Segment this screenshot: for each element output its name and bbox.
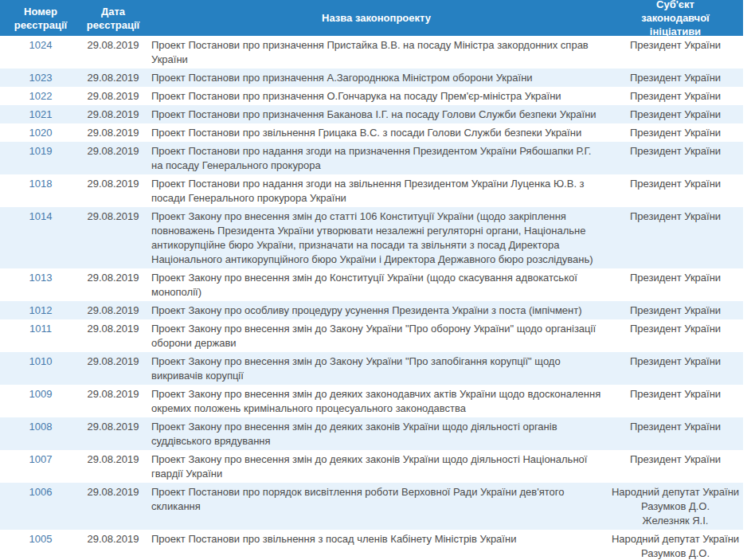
header-date: Дата реєстрації — [81, 0, 145, 36]
table-row: 1024 29.08.2019 Проект Постанови про при… — [0, 36, 743, 69]
bill-date: 29.08.2019 — [81, 385, 145, 417]
bill-date: 29.08.2019 — [81, 319, 145, 352]
bill-title: Проект Закону про внесення змін до деяки… — [145, 450, 608, 483]
bill-date: 29.08.2019 — [81, 142, 145, 174]
bill-subject: Президент України — [608, 105, 743, 123]
bill-number-cell: 1010 — [0, 352, 81, 385]
bill-date: 29.08.2019 — [81, 36, 145, 69]
bill-number-link[interactable]: 1014 — [29, 210, 53, 222]
bill-date: 29.08.2019 — [81, 301, 145, 319]
bill-subject: Президент України — [608, 417, 743, 450]
header-subject: Суб'єкт законодавчої ініціативи — [608, 0, 743, 36]
bills-table: Номер реєстрації Дата реєстрації Назва з… — [0, 0, 743, 560]
bill-number-link[interactable]: 1020 — [29, 127, 53, 139]
bill-date: 29.08.2019 — [81, 268, 145, 301]
bill-number-link[interactable]: 1007 — [29, 453, 53, 465]
bill-number-cell: 1022 — [0, 87, 81, 105]
bill-date: 29.08.2019 — [81, 530, 145, 560]
bill-subject: Президент України — [608, 450, 743, 483]
table-row: 1012 29.08.2019 Проект Закону про особли… — [0, 301, 743, 319]
bill-number-cell: 1012 — [0, 301, 81, 319]
bill-number-link[interactable]: 1024 — [29, 39, 53, 51]
bill-number-link[interactable]: 1018 — [29, 178, 53, 190]
table-body: 1024 29.08.2019 Проект Постанови про при… — [0, 36, 743, 560]
bill-number-link[interactable]: 1012 — [29, 304, 53, 316]
bill-title: Проект Закону про внесення змін до деяки… — [145, 417, 608, 450]
bill-number-cell: 1011 — [0, 319, 81, 352]
table-row: 1008 29.08.2019 Проект Закону про внесен… — [0, 417, 743, 450]
bill-date: 29.08.2019 — [81, 69, 145, 87]
table-row: 1007 29.08.2019 Проект Закону про внесен… — [0, 450, 743, 483]
bill-date: 29.08.2019 — [81, 483, 145, 530]
bill-title: Проект Постанови про призначення Пристай… — [145, 36, 608, 69]
bill-title: Проект Закону про внесення змін до Закон… — [145, 319, 608, 352]
bill-date: 29.08.2019 — [81, 352, 145, 385]
bill-title: Проект Постанови про порядок висвітлення… — [145, 483, 608, 530]
bill-date: 29.08.2019 — [81, 87, 145, 105]
header-title-label: Назва законопроекту — [145, 0, 608, 36]
table-row: 1023 29.08.2019 Проект Постанови про при… — [0, 69, 743, 87]
bill-number-cell: 1009 — [0, 385, 81, 417]
bill-number-cell: 1021 — [0, 105, 81, 123]
bill-subject: Президент України — [608, 268, 743, 301]
bill-title: Проект Постанови про призначення А.Загор… — [145, 69, 608, 87]
table-row: 1022 29.08.2019 Проект Постанови про при… — [0, 87, 743, 105]
table-row: 1020 29.08.2019 Проект Постанови про зві… — [0, 123, 743, 142]
bill-title: Проект Постанови про звільнення Грицака … — [145, 123, 608, 142]
table-row: 1019 29.08.2019 Проект Постанови про над… — [0, 142, 743, 174]
bill-date: 29.08.2019 — [81, 207, 145, 268]
bill-subject: Народний депутат України Разумков Д.О. Ж… — [608, 530, 743, 560]
bill-title: Проект Постанови про призначення О.Гонча… — [145, 87, 608, 105]
bill-number-cell: 1006 — [0, 483, 81, 530]
bill-subject: Президент України — [608, 174, 743, 207]
bill-number-cell: 1005 — [0, 530, 81, 560]
table-row: 1006 29.08.2019 Проект Постанови про пор… — [0, 483, 743, 530]
bill-number-cell: 1008 — [0, 417, 81, 450]
table-header: Номер реєстрації Дата реєстрації Назва з… — [0, 0, 743, 36]
bill-number-link[interactable]: 1006 — [29, 486, 53, 498]
header-title: Назва законопроекту — [145, 0, 608, 36]
header-date-label: Дата реєстрації — [81, 0, 145, 36]
bill-number-link[interactable]: 1011 — [29, 323, 52, 335]
bill-number-link[interactable]: 1013 — [29, 272, 53, 284]
bill-date: 29.08.2019 — [81, 417, 145, 450]
bill-number-link[interactable]: 1009 — [29, 388, 53, 400]
bill-number-link[interactable]: 1008 — [29, 421, 53, 433]
bill-number-cell: 1013 — [0, 268, 81, 301]
bill-title: Проект Закону про внесення змін до статт… — [145, 207, 608, 268]
bill-title: Проект Постанови про надання згоди на зв… — [145, 174, 608, 207]
bill-number-link[interactable]: 1021 — [29, 108, 53, 120]
bill-title: Проект Постанови про звільнення з посад … — [145, 530, 608, 560]
bill-number-cell: 1020 — [0, 123, 81, 142]
table-row: 1010 29.08.2019 Проект Закону про внесен… — [0, 352, 743, 385]
table-row: 1018 29.08.2019 Проект Постанови про над… — [0, 174, 743, 207]
header-row: Номер реєстрації Дата реєстрації Назва з… — [0, 0, 743, 36]
bill-subject: Президент України — [608, 36, 743, 69]
bill-subject: Президент України — [608, 69, 743, 87]
bill-subject: Президент України — [608, 385, 743, 417]
bill-subject: Президент України — [608, 301, 743, 319]
bill-number-link[interactable]: 1022 — [29, 90, 53, 102]
bill-subject: Президент України — [608, 123, 743, 142]
bill-number-cell: 1018 — [0, 174, 81, 207]
bill-number-link[interactable]: 1010 — [29, 355, 53, 367]
bill-subject: Президент України — [608, 352, 743, 385]
bill-number-link[interactable]: 1005 — [29, 533, 53, 545]
bill-title: Проект Закону про внесення змін до Конст… — [145, 268, 608, 301]
bill-title: Проект Постанови про призначення Баканов… — [145, 105, 608, 123]
bill-subject: Народний депутат України Разумков Д.О. Ж… — [608, 483, 743, 530]
bill-number-cell: 1014 — [0, 207, 81, 268]
bill-title: Проект Закону про особливу процедуру усу… — [145, 301, 608, 319]
table-row: 1014 29.08.2019 Проект Закону про внесен… — [0, 207, 743, 268]
bill-number-cell: 1007 — [0, 450, 81, 483]
bill-number-cell: 1023 — [0, 69, 81, 87]
bill-number-link[interactable]: 1019 — [29, 145, 53, 157]
bill-number-link[interactable]: 1023 — [29, 72, 53, 84]
table-row: 1013 29.08.2019 Проект Закону про внесен… — [0, 268, 743, 301]
bill-title: Проект Постанови про надання згоди на пр… — [145, 142, 608, 174]
bill-title: Проект Закону про внесення змін до деяки… — [145, 385, 608, 417]
table-row: 1005 29.08.2019 Проект Постанови про зві… — [0, 530, 743, 560]
bill-date: 29.08.2019 — [81, 123, 145, 142]
header-number: Номер реєстрації — [0, 0, 81, 36]
bill-number-cell: 1019 — [0, 142, 81, 174]
